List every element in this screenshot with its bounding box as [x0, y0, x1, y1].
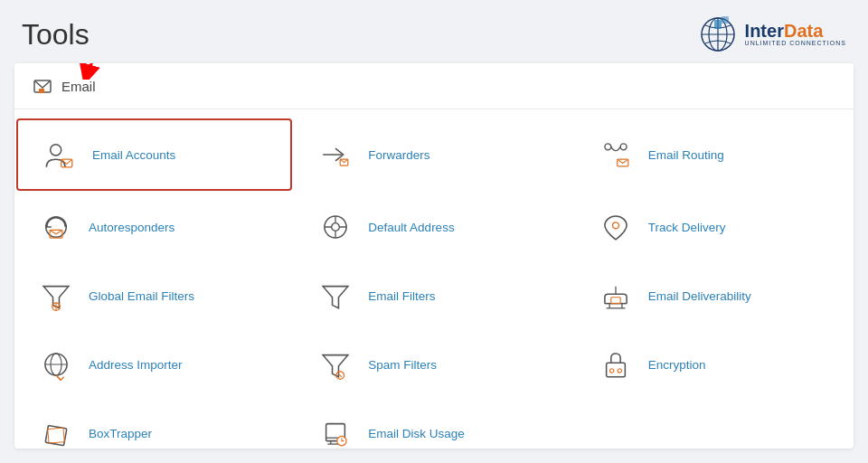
global-email-filters-icon	[36, 276, 76, 316]
header: Tools InterData UNLIMITED CONNECTIONS	[0, 0, 868, 63]
red-arrow-icon	[69, 63, 141, 80]
spam-filters-label: Spam Filters	[368, 358, 437, 372]
email-accounts-icon	[40, 135, 80, 175]
page: Tools InterData UNLIMITED CONNECTIONS	[0, 0, 868, 463]
autoresponders-icon	[36, 207, 76, 247]
logo-inter: Inter	[745, 21, 784, 41]
page-title: Tools	[22, 18, 90, 52]
email-accounts-label: Email Accounts	[92, 148, 175, 162]
global-email-filters-item[interactable]: Global Email Filters	[14, 261, 294, 330]
address-importer-label: Address Importer	[89, 358, 183, 372]
logo-globe-icon	[698, 14, 738, 54]
email-deliverability-label: Email Deliverability	[648, 289, 751, 303]
svg-rect-7	[39, 89, 44, 93]
encryption-label: Encryption	[648, 358, 706, 372]
email-deliverability-icon	[596, 276, 636, 316]
boxtrapper-label: BoxTrapper	[89, 427, 152, 440]
email-routing-label: Email Routing	[648, 148, 724, 162]
svg-rect-4	[714, 20, 722, 29]
logo: InterData UNLIMITED CONNECTIONS	[698, 14, 846, 54]
email-routing-icon	[596, 135, 636, 175]
svg-point-13	[620, 144, 627, 150]
svg-rect-5	[722, 16, 729, 24]
email-accounts-item[interactable]: Email Accounts	[16, 118, 292, 191]
boxtrapper-item[interactable]: BoxTrapper	[14, 399, 294, 449]
svg-point-8	[51, 145, 61, 156]
address-importer-icon	[36, 345, 76, 384]
email-disk-usage-icon	[316, 413, 355, 449]
autoresponders-label: Autoresponders	[89, 221, 175, 234]
email-filters-icon	[316, 276, 355, 316]
default-address-icon	[316, 207, 355, 247]
global-email-filters-label: Global Email Filters	[89, 289, 194, 303]
section-title: Email	[61, 79, 96, 94]
autoresponders-item[interactable]: Autoresponders	[14, 193, 294, 261]
address-importer-item[interactable]: Address Importer	[14, 330, 294, 399]
forwarders-label: Forwarders	[368, 148, 429, 162]
encryption-icon	[596, 345, 636, 384]
svg-point-23	[612, 222, 618, 229]
forwarders-item[interactable]: Forwarders	[294, 117, 573, 193]
logo-data: Data	[784, 21, 823, 41]
track-delivery-label: Track Delivery	[648, 221, 726, 234]
track-delivery-icon	[596, 207, 636, 247]
svg-point-12	[605, 144, 611, 150]
svg-point-18	[332, 223, 340, 232]
svg-rect-34	[610, 298, 619, 304]
default-address-item[interactable]: Default Address	[294, 193, 573, 261]
spam-filters-item[interactable]: Spam Filters	[294, 330, 573, 399]
main-card: Email Email Accounts	[14, 63, 854, 449]
email-section-icon	[33, 76, 52, 96]
svg-rect-42	[606, 363, 625, 377]
encryption-item[interactable]: Encryption	[574, 330, 854, 399]
spam-filters-icon	[316, 345, 355, 384]
svg-point-43	[609, 369, 613, 373]
logo-text: InterData UNLIMITED CONNECTIONS	[745, 22, 846, 47]
section-header: Email	[14, 63, 854, 109]
boxtrapper-icon	[36, 413, 76, 449]
logo-subtitle: UNLIMITED CONNECTIONS	[745, 40, 846, 47]
email-disk-usage-label: Email Disk Usage	[368, 427, 465, 440]
email-deliverability-item[interactable]: Email Deliverability	[574, 261, 854, 330]
email-routing-item[interactable]: Email Routing	[574, 117, 854, 193]
email-filters-item[interactable]: Email Filters	[294, 261, 573, 330]
track-delivery-item[interactable]: Track Delivery	[574, 193, 854, 261]
forwarders-icon	[316, 135, 355, 175]
default-address-label: Default Address	[368, 221, 454, 234]
email-disk-usage-item[interactable]: Email Disk Usage	[294, 399, 573, 449]
svg-point-44	[618, 369, 621, 373]
tools-grid: Email Accounts Forwarders	[14, 109, 854, 449]
email-filters-label: Email Filters	[368, 289, 435, 303]
svg-marker-28	[324, 287, 349, 308]
svg-rect-46	[48, 428, 65, 443]
